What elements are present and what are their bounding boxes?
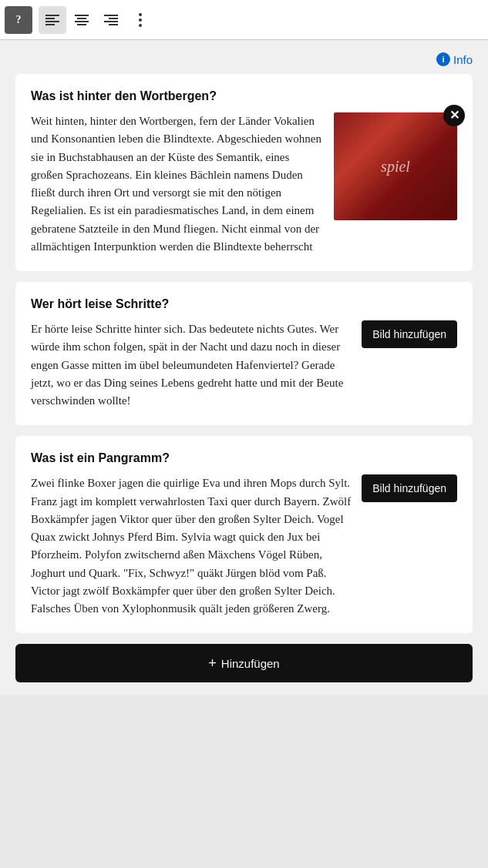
svg-rect-5 bbox=[77, 18, 86, 19]
qa-icon: ? bbox=[5, 6, 32, 34]
info-link-label: Info bbox=[453, 53, 473, 66]
svg-rect-9 bbox=[109, 18, 118, 19]
more-icon bbox=[139, 13, 142, 27]
card-2-body: Er hörte leise Schritte hinter sich. Das… bbox=[31, 320, 351, 410]
card-2-content: Er hörte leise Schritte hinter sich. Das… bbox=[31, 320, 457, 410]
svg-point-12 bbox=[139, 13, 142, 16]
svg-rect-0 bbox=[45, 15, 59, 16]
card-3-title: Was ist ein Pangramm? bbox=[31, 451, 457, 465]
svg-rect-6 bbox=[75, 21, 89, 22]
svg-point-13 bbox=[139, 18, 142, 22]
card-2-title: Wer hört leise Schritte? bbox=[31, 297, 457, 311]
card-1-image-wrapper: spiel ✕ bbox=[334, 112, 457, 220]
card-1-image: spiel bbox=[334, 112, 457, 220]
svg-rect-4 bbox=[75, 15, 89, 16]
close-image-button[interactable]: ✕ bbox=[443, 105, 465, 126]
align-right-button[interactable] bbox=[97, 6, 125, 34]
card-3-content: Zwei flinke Boxer jagen die quirlige Eva… bbox=[31, 474, 457, 618]
card-2: Wer hört leise Schritte? Er hörte leise … bbox=[15, 282, 473, 425]
svg-point-14 bbox=[139, 24, 142, 27]
more-options-button[interactable] bbox=[126, 6, 154, 34]
add-section-label: Hinzufügen bbox=[221, 657, 280, 670]
svg-rect-10 bbox=[104, 21, 118, 22]
card-1-content: spiel ✕ Weit hinten, hinter den Wortberg… bbox=[31, 112, 457, 256]
add-image-button-2[interactable]: Bild hinzufügen bbox=[362, 320, 457, 348]
card-3: Was ist ein Pangramm? Zwei flinke Boxer … bbox=[15, 436, 473, 633]
info-icon: i bbox=[436, 52, 450, 66]
align-center-icon bbox=[75, 15, 89, 25]
info-icon-label: i bbox=[442, 55, 444, 64]
toolbar: ? bbox=[0, 0, 488, 40]
content-area: i Info Was ist hinter den Wortbergen? sp… bbox=[0, 40, 488, 695]
card-3-body: Zwei flinke Boxer jagen die quirlige Eva… bbox=[31, 474, 351, 618]
card-1: Was ist hinter den Wortbergen? spiel ✕ W… bbox=[15, 74, 473, 271]
svg-rect-11 bbox=[109, 24, 118, 25]
add-section-button[interactable]: + Hinzufügen bbox=[15, 644, 473, 682]
qa-label: ? bbox=[16, 14, 22, 26]
svg-rect-8 bbox=[104, 15, 118, 16]
add-plus-icon: + bbox=[208, 656, 217, 670]
align-right-icon bbox=[104, 15, 118, 25]
svg-rect-3 bbox=[45, 24, 55, 25]
align-center-button[interactable] bbox=[68, 6, 96, 34]
svg-rect-1 bbox=[45, 18, 55, 19]
align-left-icon bbox=[45, 15, 59, 25]
svg-rect-2 bbox=[45, 21, 59, 22]
svg-rect-7 bbox=[77, 24, 86, 25]
info-bar: i Info bbox=[15, 52, 473, 66]
card-1-image-text: spiel bbox=[381, 158, 410, 176]
add-image-button-3[interactable]: Bild hinzufügen bbox=[362, 474, 457, 502]
align-left-button[interactable] bbox=[39, 6, 66, 34]
card-1-title: Was ist hinter den Wortbergen? bbox=[31, 89, 457, 103]
info-link[interactable]: i Info bbox=[436, 52, 473, 66]
